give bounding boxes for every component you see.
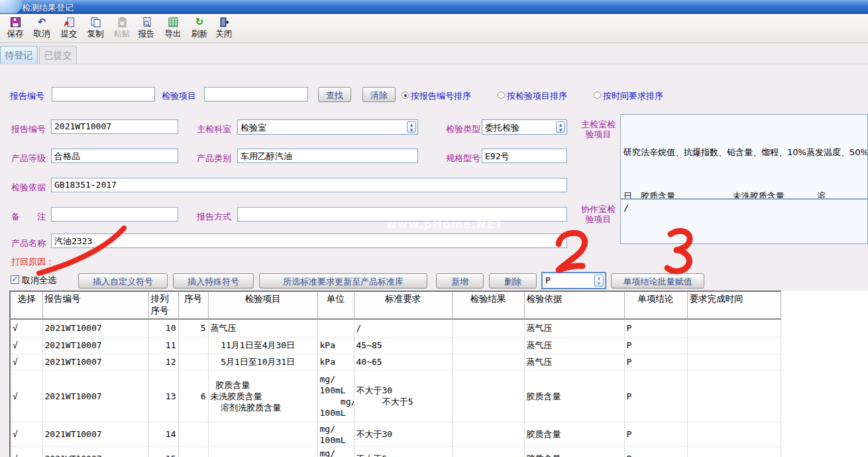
product-name-label: 产品名称 — [11, 237, 46, 249]
save-icon — [2, 17, 28, 29]
grade-label: 产品等级 — [11, 153, 46, 164]
product-name-field[interactable]: 汽油2323 — [51, 233, 567, 248]
sort-by-item-label[interactable]: 按检验项目排序 — [507, 90, 567, 102]
table-row[interactable]: √ 2021WT10007 10 5 蒸气压 / 蒸气压 P — [10, 319, 781, 337]
main-dept-label: 主检科室 — [197, 123, 231, 135]
copy-button[interactable]: 复制 — [82, 17, 109, 42]
reject-reason-label: 打回原因： — [11, 256, 54, 268]
report-icon — [133, 17, 160, 29]
report-no-label: 报告编号 — [11, 123, 46, 135]
row-check-cell[interactable]: √ — [10, 354, 42, 370]
paste-button: 粘贴 — [109, 17, 135, 42]
table-row[interactable]: √ 2021WT10007 13 6 胶质含量 未洗胶质含量 溶剂洗胶质含量 m… — [10, 370, 781, 422]
row-check-cell[interactable]: √ — [10, 319, 42, 337]
col-header-item[interactable]: 检验项目 — [208, 291, 317, 319]
inspect-type-select[interactable]: 委托检验 ▲▼ — [482, 119, 567, 135]
tab-strip: 待登记 已提交 — [0, 43, 868, 64]
undo-button[interactable]: ↶ 取消 — [28, 17, 55, 42]
insert-custom-symbol-button[interactable]: 插入自定义符号 — [78, 273, 168, 289]
panel-divider — [0, 64, 868, 64]
main-items-label: 主检室检验项目 — [580, 119, 616, 139]
sort-by-item-radio[interactable] — [498, 92, 505, 99]
copy-icon — [82, 17, 109, 29]
col-header-basis[interactable]: 检验依据 — [524, 291, 624, 319]
item-search-input[interactable] — [204, 87, 308, 101]
item-search-label: 检验项目 — [162, 90, 196, 102]
report-mode-label: 报告方式 — [197, 211, 231, 223]
spinner-icon[interactable]: ▲▼ — [556, 121, 565, 133]
insert-special-symbol-button[interactable]: 插入特殊符号 — [173, 273, 254, 289]
category-label: 产品类别 — [197, 153, 231, 164]
close-button[interactable]: 关闭 — [211, 17, 237, 42]
col-header-order[interactable]: 排列 序号 — [148, 291, 178, 319]
main-dept-select[interactable]: 检验室 ▲▼ — [237, 119, 418, 135]
spinner-icon[interactable]: ▲▼ — [407, 121, 416, 133]
table-row[interactable]: √ 2021WT10007 15 mg/ 100mL 不大于5 胶质含量 P — [10, 446, 781, 457]
report-button[interactable]: 报告 — [133, 17, 160, 42]
submit-icon — [56, 17, 82, 29]
sort-by-report-no-radio[interactable] — [402, 92, 409, 99]
delete-button[interactable]: 删除 — [489, 273, 537, 289]
coop-items-label: 协作室检验项目 — [580, 204, 616, 224]
export-icon — [160, 17, 186, 29]
table-row[interactable]: √ 2021WT10007 12 5月1日至10月31日 kPa 40~65 蒸… — [10, 354, 781, 370]
col-header-standard[interactable]: 标准要求 — [354, 291, 452, 319]
check-icon: ✓ — [11, 274, 19, 284]
main-items-textarea[interactable]: 研究法辛烷值、抗爆指数、铅含量、馏程、10%蒸发温度、50%蒸 日、胶质含量 未… — [620, 114, 868, 199]
inspect-type-label: 检验类型 — [446, 123, 480, 135]
export-button[interactable]: 导出 — [160, 17, 186, 42]
conclusion-select[interactable]: P ▲▼ — [541, 272, 606, 289]
col-header-due[interactable]: 要求完成时间 — [687, 291, 781, 319]
row-check-cell[interactable]: √ — [10, 337, 42, 354]
toolbar: 保存 ↶ 取消 提交 复制 粘贴 报告 导出 ↻ 刷新 — [0, 15, 868, 43]
col-header-unit[interactable]: 单位 — [317, 291, 354, 319]
coop-items-textarea[interactable]: / — [620, 199, 868, 244]
row-check-cell[interactable]: √ — [10, 422, 42, 446]
col-header-conclusion[interactable]: 单项结论 — [624, 291, 687, 319]
uncheck-all-label[interactable]: 取消全选 — [22, 275, 56, 287]
app-logo-icon — [0, 0, 23, 14]
remark-field[interactable] — [51, 207, 178, 222]
sort-by-report-no-label[interactable]: 按报告编号排序 — [411, 90, 471, 102]
grade-field[interactable]: 合格品 — [51, 149, 178, 163]
report-no-search-label: 报告编号 — [10, 90, 44, 102]
remark-label: 备 注 — [11, 211, 46, 223]
undo-icon: ↶ — [28, 17, 55, 29]
refresh-button[interactable]: ↻ 刷新 — [186, 17, 213, 42]
window-title: 检测结果登记 — [22, 2, 74, 14]
sort-by-time-label[interactable]: 按时间要求排序 — [603, 90, 663, 102]
save-button[interactable]: 保存 — [2, 17, 28, 42]
basis-label: 检验依据 — [11, 182, 46, 194]
window-titlebar: 检测结果登记 — [0, 0, 868, 14]
category-field[interactable]: 车用乙醇汽油 — [237, 149, 418, 163]
add-button[interactable]: 新增 — [436, 273, 484, 289]
grid-header-row: 选择 报告编号 排列 序号 序号 检验项目 单位 标准要求 检验结果 检验依据 … — [10, 291, 781, 319]
row-check-cell[interactable]: √ — [10, 446, 42, 457]
spinner-icon[interactable]: ▲▼ — [594, 275, 604, 287]
paste-icon — [109, 17, 135, 29]
tab-pending[interactable]: 待登记 — [0, 46, 38, 64]
row-check-cell[interactable]: √ — [10, 370, 42, 422]
tab-submitted[interactable]: 已提交 — [39, 46, 77, 64]
results-grid: 选择 报告编号 排列 序号 序号 检验项目 单位 标准要求 检验结果 检验依据 … — [9, 291, 868, 457]
batch-assign-button[interactable]: 单项结论批量赋值 — [611, 273, 704, 289]
table-row[interactable]: √ 2021WT10007 14 mg/ 100mL 不大于30 胶质含量 P — [10, 422, 781, 446]
report-no-search-input[interactable] — [52, 87, 155, 101]
uncheck-all-checkbox[interactable]: ✓ — [11, 275, 19, 284]
find-button[interactable]: 查找 — [318, 87, 351, 102]
sort-by-time-radio[interactable] — [594, 92, 601, 99]
col-header-seq[interactable]: 序号 — [178, 291, 208, 319]
app-window: 检测结果登记 保存 ↶ 取消 提交 复制 粘贴 报告 导出 — [0, 0, 868, 457]
report-no-field[interactable]: 2021WT10007 — [51, 119, 178, 134]
basis-field[interactable]: GB18351-2017 — [51, 178, 567, 192]
submit-button[interactable]: 提交 — [56, 17, 82, 42]
clear-button[interactable]: 清除 — [362, 87, 396, 102]
col-header-report-no[interactable]: 报告编号 — [42, 291, 148, 319]
watermark: www.pHome.NET — [386, 218, 504, 231]
spec-field[interactable]: E92号 — [482, 149, 567, 163]
col-header-result[interactable]: 检验结果 — [452, 291, 524, 319]
update-standard-button[interactable]: 所选标准要求更新至产品标准库 — [259, 273, 427, 289]
table-row[interactable]: √ 2021WT10007 11 11月1日至4月30日 kPa 45~85 蒸… — [10, 337, 781, 354]
col-header-select[interactable]: 选择 — [10, 291, 42, 319]
refresh-icon: ↻ — [186, 17, 213, 29]
